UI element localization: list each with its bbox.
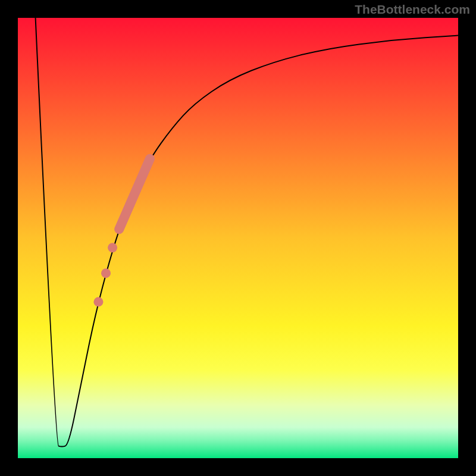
series-highlight-dots-pt bbox=[101, 268, 111, 278]
series-highlight-dots-pt bbox=[93, 297, 103, 306]
series-highlight-dots-pt bbox=[108, 243, 117, 252]
bottleneck-chart bbox=[0, 0, 476, 476]
watermark-text: TheBottleneck.com bbox=[355, 2, 470, 17]
chart-container: TheBottleneck.com bbox=[0, 0, 476, 476]
plot-background bbox=[18, 18, 458, 458]
